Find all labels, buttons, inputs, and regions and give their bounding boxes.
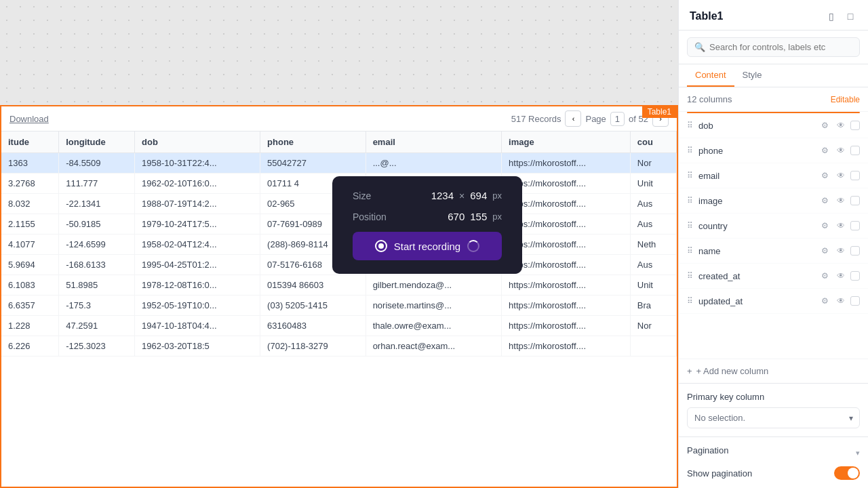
show-pagination-toggle[interactable] bbox=[834, 466, 860, 480]
table-cell-dob[interactable]: 1988-07-19T14:2... bbox=[135, 194, 260, 214]
table-cell-country[interactable]: Unit bbox=[630, 174, 676, 194]
table-cell-dob[interactable]: 1979-10-24T17:5... bbox=[135, 214, 260, 235]
table-cell-dob[interactable]: 1958-02-04T12:4... bbox=[135, 235, 260, 255]
column-checkbox[interactable] bbox=[850, 146, 860, 155]
table-cell-image[interactable]: https://mkorostoff.... bbox=[502, 316, 631, 336]
current-page[interactable]: 1 bbox=[610, 112, 625, 126]
table-cell-longitude[interactable]: -125.3023 bbox=[59, 336, 135, 357]
tab-content[interactable]: Content bbox=[687, 64, 734, 87]
table-cell-longitude[interactable]: -22.1341 bbox=[59, 194, 135, 214]
settings-icon[interactable]: ⚙ bbox=[818, 269, 831, 283]
table-cell-country[interactable]: Nor bbox=[630, 153, 676, 174]
copy-icon[interactable]: ▯ bbox=[825, 9, 838, 23]
table-cell-email[interactable]: orhan.react@exam... bbox=[366, 336, 501, 357]
column-checkbox[interactable] bbox=[850, 296, 860, 306]
drag-handle-icon[interactable]: ⠿ bbox=[687, 196, 693, 205]
table-cell-phone[interactable]: (03) 5205-1415 bbox=[260, 296, 366, 316]
table-cell-dob[interactable]: 1962-03-20T18:5 bbox=[135, 336, 260, 357]
table-cell-itude[interactable]: 1.228 bbox=[1, 316, 59, 336]
settings-icon[interactable]: ⚙ bbox=[818, 119, 831, 132]
table-cell-itude[interactable]: 4.1077 bbox=[1, 235, 59, 255]
table-cell-dob[interactable]: 1995-04-25T01:2... bbox=[135, 255, 260, 275]
column-checkbox[interactable] bbox=[850, 196, 860, 205]
table-cell-image[interactable]: https://mkorostoff.... bbox=[502, 153, 631, 174]
table-cell-email[interactable]: norisete.martins@... bbox=[366, 296, 501, 316]
settings-icon[interactable]: ⚙ bbox=[818, 194, 831, 207]
table-cell-country[interactable]: Neth bbox=[630, 235, 676, 255]
table-cell-itude[interactable]: 8.032 bbox=[1, 194, 59, 214]
table-cell-itude[interactable]: 6.6357 bbox=[1, 296, 59, 316]
table-cell-country[interactable]: Aus bbox=[630, 194, 676, 214]
table-cell-longitude[interactable]: -84.5509 bbox=[59, 153, 135, 174]
table-cell-dob[interactable]: 1978-12-08T16:0... bbox=[135, 275, 260, 296]
table-cell-country[interactable]: Bra bbox=[630, 296, 676, 316]
table-cell-itude[interactable]: 2.1155 bbox=[1, 214, 59, 235]
drag-handle-icon[interactable]: ⠿ bbox=[687, 146, 693, 155]
download-link[interactable]: Download bbox=[9, 114, 49, 124]
table-cell-longitude[interactable]: 51.8985 bbox=[59, 275, 135, 296]
table-cell-image[interactable]: https://mkorostoff.... bbox=[502, 336, 631, 357]
table-cell-phone[interactable]: (702)-118-3279 bbox=[260, 336, 366, 357]
eye-icon[interactable]: 👁 bbox=[834, 194, 848, 207]
table-cell-dob[interactable]: 1952-05-19T10:0... bbox=[135, 296, 260, 316]
table-cell-longitude[interactable]: 47.2591 bbox=[59, 316, 135, 336]
drag-handle-icon[interactable]: ⠿ bbox=[687, 246, 693, 256]
table-cell-phone[interactable]: 55042727 bbox=[260, 153, 366, 174]
drag-handle-icon[interactable]: ⠿ bbox=[687, 221, 693, 230]
table-cell-longitude[interactable]: -175.3 bbox=[59, 296, 135, 316]
settings-icon[interactable]: ⚙ bbox=[818, 244, 831, 258]
settings-icon[interactable]: ⚙ bbox=[818, 144, 831, 157]
tab-style[interactable]: Style bbox=[734, 64, 770, 87]
eye-icon[interactable]: 👁 bbox=[834, 294, 848, 308]
prev-page-button[interactable]: ‹ bbox=[565, 110, 581, 127]
table-cell-country[interactable]: Nor bbox=[630, 316, 676, 336]
table-cell-phone[interactable]: 63160483 bbox=[260, 316, 366, 336]
table-cell-country[interactable] bbox=[630, 336, 676, 357]
settings-icon[interactable]: ⚙ bbox=[818, 169, 831, 182]
search-input[interactable] bbox=[709, 42, 852, 52]
table-cell-longitude[interactable]: 111.777 bbox=[59, 174, 135, 194]
eye-icon[interactable]: 👁 bbox=[834, 119, 848, 132]
table-cell-image[interactable]: https://mkorostoff.... bbox=[502, 296, 631, 316]
table-cell-email[interactable]: gilbert.mendoza@... bbox=[366, 275, 501, 296]
eye-icon[interactable]: 👁 bbox=[834, 144, 848, 157]
table-cell-longitude[interactable]: -124.6599 bbox=[59, 235, 135, 255]
table-cell-itude[interactable]: 6.226 bbox=[1, 336, 59, 357]
drag-handle-icon[interactable]: ⠿ bbox=[687, 296, 693, 306]
table-cell-email[interactable]: thale.owre@exam... bbox=[366, 316, 501, 336]
eye-icon[interactable]: 👁 bbox=[834, 169, 848, 182]
column-checkbox[interactable] bbox=[850, 246, 860, 256]
table-cell-itude[interactable]: 6.1083 bbox=[1, 275, 59, 296]
eye-icon[interactable]: 👁 bbox=[834, 219, 848, 232]
column-checkbox[interactable] bbox=[850, 121, 860, 130]
table-cell-longitude[interactable]: -168.6133 bbox=[59, 255, 135, 275]
add-column-row[interactable]: + + Add new column bbox=[679, 359, 868, 383]
table-cell-itude[interactable]: 5.9694 bbox=[1, 255, 59, 275]
drag-handle-icon[interactable]: ⠿ bbox=[687, 121, 693, 130]
settings-icon[interactable]: ⚙ bbox=[818, 294, 831, 308]
start-recording-button[interactable]: Start recording bbox=[353, 232, 502, 260]
table-cell-email[interactable]: ...@... bbox=[366, 153, 501, 174]
table-cell-country[interactable]: Aus bbox=[630, 255, 676, 275]
expand-icon[interactable]: □ bbox=[844, 9, 857, 23]
table-cell-image[interactable]: https://mkorostoff.... bbox=[502, 275, 631, 296]
column-checkbox[interactable] bbox=[850, 171, 860, 180]
table-cell-itude[interactable]: 1363 bbox=[1, 153, 59, 174]
table-cell-dob[interactable]: 1947-10-18T04:4... bbox=[135, 316, 260, 336]
drag-handle-icon[interactable]: ⠿ bbox=[687, 271, 693, 281]
drag-handle-icon[interactable]: ⠿ bbox=[687, 171, 693, 180]
table-cell-dob[interactable]: 1962-02-10T16:0... bbox=[135, 174, 260, 194]
eye-icon[interactable]: 👁 bbox=[834, 269, 848, 283]
settings-icon[interactable]: ⚙ bbox=[818, 219, 831, 232]
chevron-down-icon[interactable]: ▾ bbox=[856, 449, 860, 458]
table-cell-phone[interactable]: 015394 86603 bbox=[260, 275, 366, 296]
table-cell-country[interactable]: Unit bbox=[630, 275, 676, 296]
primary-key-select[interactable]: No selection. bbox=[687, 407, 860, 428]
eye-icon[interactable]: 👁 bbox=[834, 244, 848, 258]
table-cell-country[interactable]: Aus bbox=[630, 214, 676, 235]
column-checkbox[interactable] bbox=[850, 221, 860, 230]
table-cell-dob[interactable]: 1958-10-31T22:4... bbox=[135, 153, 260, 174]
table-cell-longitude[interactable]: -50.9185 bbox=[59, 214, 135, 235]
table-cell-itude[interactable]: 3.2768 bbox=[1, 174, 59, 194]
column-checkbox[interactable] bbox=[850, 271, 860, 281]
